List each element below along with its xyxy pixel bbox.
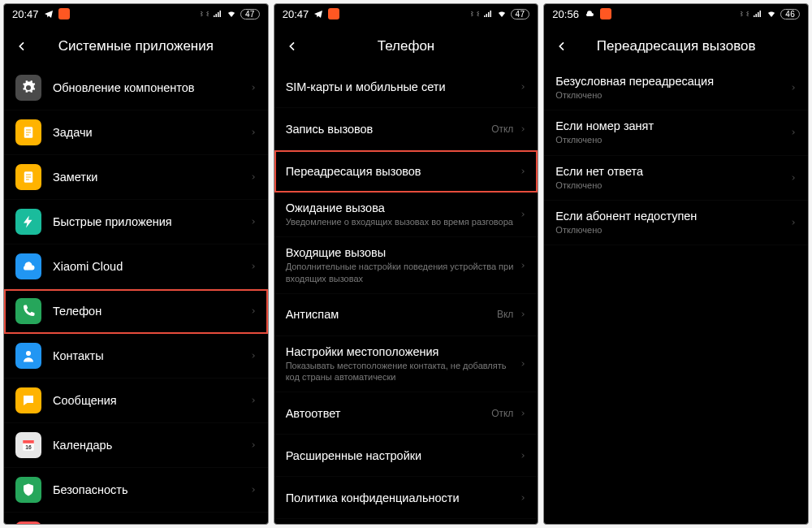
cloud-icon: [15, 253, 41, 279]
list-item[interactable]: Камера: [4, 513, 268, 524]
screen-system-apps: 20:47 47 Системные приложения Обновление…: [3, 3, 269, 525]
svg-text:16: 16: [25, 444, 32, 450]
chevron-right-icon: [250, 217, 257, 227]
item-label: Заметки: [53, 171, 250, 184]
battery-indicator: 47: [240, 9, 260, 19]
user-icon: [15, 343, 41, 369]
list-item[interactable]: Если номер занятОтключено: [544, 110, 808, 155]
item-subtitle: Дополнительные настройки поведения устро…: [286, 261, 520, 284]
list-item[interactable]: Если нет ответаОтключено: [544, 156, 808, 201]
cloud-icon: [584, 9, 595, 19]
battery-indicator: 46: [780, 9, 800, 19]
battery-indicator: 47: [511, 9, 530, 19]
list-item[interactable]: Политика конфиденциальности: [274, 477, 538, 519]
chevron-right-icon: [790, 128, 797, 137]
item-label: Телефон: [53, 305, 250, 318]
list-item[interactable]: АнтиспамВкл: [274, 294, 538, 336]
item-subtitle: Отключено: [555, 224, 790, 236]
bolt-icon: [15, 209, 41, 235]
item-subtitle: Отключено: [555, 134, 790, 145]
screen-call-forwarding: 20:56 46 Переадресация вызовов Безусловн…: [543, 3, 809, 525]
wifi-icon: [226, 9, 237, 19]
list-item[interactable]: Ожидание вызоваУведомление о входящих вы…: [274, 193, 538, 237]
page-title: Переадресация вызовов: [555, 38, 797, 54]
item-subtitle: Показывать местоположение контакта, не д…: [286, 360, 520, 383]
item-label: Быстрые приложения: [53, 215, 250, 228]
item-label: Календарь: [53, 439, 250, 452]
chevron-right-icon: [790, 218, 797, 227]
chat-icon: [15, 387, 41, 413]
item-subtitle: Уведомление о входящих вызовах во время …: [286, 216, 520, 227]
wifi-icon: [496, 9, 508, 19]
item-label: Автоответ: [286, 407, 491, 420]
list-item[interactable]: 16Календарь: [4, 423, 268, 468]
chevron-right-icon: [520, 82, 526, 92]
chevron-right-icon: [250, 128, 257, 137]
app-list: Обновление компонентовЗадачиЗаметкиБыстр…: [4, 66, 268, 524]
status-bar: 20:47 47: [4, 4, 268, 24]
note-icon: [15, 119, 41, 145]
svg-point-2: [26, 351, 31, 356]
chevron-right-icon: [790, 83, 797, 93]
item-label: Безусловная переадресация: [555, 75, 790, 88]
item-label: Обновление компонентов: [53, 81, 250, 94]
list-item[interactable]: Xiaomi Cloud: [4, 245, 268, 289]
item-label: Входящие вызовы: [286, 246, 520, 259]
settings-list: SIM-карты и мобильные сетиЗапись вызовов…: [274, 66, 538, 524]
wifi-icon: [766, 9, 777, 19]
chevron-right-icon: [520, 309, 526, 319]
list-item[interactable]: Безопасность: [4, 468, 268, 513]
list-item[interactable]: Настройки местоположенияПоказывать место…: [274, 336, 538, 393]
gear-icon: [15, 75, 41, 101]
notification-badge-icon: [58, 8, 70, 19]
item-label: Переадресация вызовов: [286, 165, 520, 178]
vibrate-icon: [740, 9, 749, 19]
chevron-right-icon: [250, 262, 257, 271]
note-icon: [15, 164, 41, 190]
item-label: Xiaomi Cloud: [53, 260, 250, 273]
item-label: Безопасность: [53, 483, 250, 496]
list-item[interactable]: Входящие вызовыДополнительные настройки …: [274, 237, 538, 294]
phone-icon: [15, 298, 41, 324]
calendar-icon: 16: [15, 432, 41, 458]
chevron-right-icon: [520, 261, 526, 270]
list-item[interactable]: Безусловная переадресацияОтключено: [544, 66, 808, 110]
status-time: 20:47: [12, 8, 39, 20]
svg-rect-4: [23, 440, 34, 444]
item-label: Запись вызовов: [286, 123, 491, 136]
list-item[interactable]: Быстрые приложения: [4, 200, 268, 245]
forwarding-list: Безусловная переадресацияОтключеноЕсли н…: [544, 66, 808, 524]
item-label: Расширенные настройки: [286, 449, 520, 462]
list-item[interactable]: Телефон: [4, 289, 268, 334]
item-label: Сообщения: [53, 394, 250, 407]
signal-icon: [483, 9, 493, 19]
item-label: Задачи: [53, 126, 250, 139]
item-label: Контакты: [53, 349, 250, 362]
signal-icon: [753, 9, 762, 19]
item-label: Если номер занят: [555, 119, 790, 132]
list-item[interactable]: SIM-карты и мобильные сети: [274, 66, 538, 108]
chevron-right-icon: [250, 83, 257, 93]
screen-header: Переадресация вызовов: [544, 24, 808, 66]
status-bar: 20:56 46: [544, 4, 808, 24]
list-item[interactable]: Если абонент недоступенОтключено: [544, 201, 808, 245]
telegram-icon: [44, 9, 54, 19]
vibrate-icon: [470, 9, 480, 19]
list-item[interactable]: Запись вызововОткл: [274, 108, 538, 150]
list-item[interactable]: Контакты: [4, 334, 268, 379]
list-item[interactable]: Сообщения: [4, 379, 268, 423]
list-item[interactable]: Переадресация вызовов: [274, 150, 538, 193]
status-time: 20:47: [283, 8, 309, 20]
list-item[interactable]: Заметки: [4, 155, 268, 200]
list-item[interactable]: Расширенные настройки: [274, 435, 538, 477]
chevron-right-icon: [520, 359, 526, 369]
list-item[interactable]: Обновление компонентов: [4, 66, 268, 110]
vibrate-icon: [200, 9, 209, 19]
chevron-right-icon: [250, 396, 257, 405]
item-label: Если нет ответа: [555, 165, 790, 178]
item-label: SIM-карты и мобильные сети: [286, 80, 520, 93]
status-bar: 20:47 47: [274, 4, 538, 24]
list-item[interactable]: АвтоответОткл: [274, 392, 538, 435]
chevron-right-icon: [520, 124, 526, 134]
list-item[interactable]: Задачи: [4, 110, 268, 155]
